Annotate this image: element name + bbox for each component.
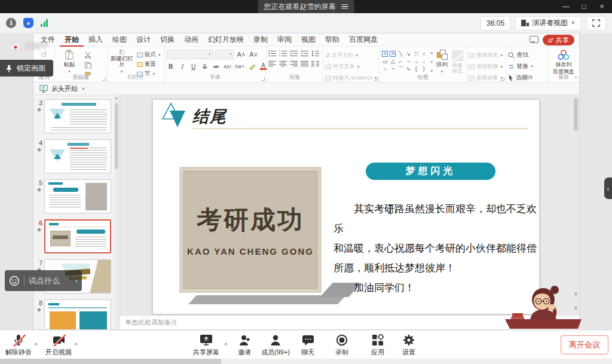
align-right-icon[interactable] <box>290 60 298 67</box>
kaoyan-success-stamp[interactable]: 考研成功 KAO YAN CHENG GONG <box>179 167 322 293</box>
view-mode-selector[interactable]: 演讲者视图 ▼ <box>515 16 582 30</box>
shapes-gallery[interactable]: AA╲↘□○ ▭△⌐¬→↓ ⌂~⌒∿{} <box>381 50 427 73</box>
share-options-chevron[interactable]: ˄ <box>224 341 227 347</box>
leave-meeting-button[interactable]: 离开会议 <box>561 335 608 354</box>
shape-outline-button[interactable]: 形状轮廓▼ <box>469 63 503 71</box>
tab-design[interactable]: 设计 <box>131 33 155 47</box>
tab-review[interactable]: 审阅 <box>273 33 296 47</box>
font-size-select[interactable] <box>215 50 234 59</box>
increase-indent-icon[interactable] <box>301 50 308 57</box>
layout-button[interactable]: 版式▼ <box>137 51 161 59</box>
thumbnail-slide-4[interactable]: 4 <box>33 139 120 173</box>
chat-input-placeholder[interactable]: 说点什么 <box>29 276 71 286</box>
start-video-button[interactable]: 开启视频 <box>43 334 74 357</box>
tab-insert[interactable]: 插入 <box>84 33 108 47</box>
minimize-button[interactable]: — <box>558 0 574 13</box>
apps-button[interactable]: 应用 <box>366 334 390 357</box>
font-launcher[interactable] <box>261 77 265 81</box>
shape-fill-button[interactable]: 形状填充▼ <box>469 51 503 59</box>
smartart-button[interactable]: 转换为 SmartArt▼ <box>325 74 377 82</box>
thumbnail-scrollbar[interactable]: ▲ <box>114 96 119 328</box>
shapes-scroll[interactable]: ▲▼▼ <box>430 50 433 73</box>
line-spacing-icon[interactable] <box>311 50 319 57</box>
emoji-icon[interactable] <box>9 276 20 286</box>
bullets-icon[interactable] <box>268 50 276 57</box>
tab-draw[interactable]: 绘图 <box>108 33 131 47</box>
small-strike-button[interactable]: ab <box>212 62 221 71</box>
grow-font-button[interactable]: A˄ <box>236 51 247 58</box>
tab-animations[interactable]: 动画 <box>179 33 203 47</box>
align-center-icon[interactable] <box>279 60 287 67</box>
align-left-icon[interactable] <box>268 60 276 67</box>
chevron-down-icon[interactable]: ▼ <box>81 87 85 91</box>
justify-icon[interactable] <box>301 60 308 67</box>
record-button[interactable]: 录制 <box>330 334 354 357</box>
decrease-indent-icon[interactable] <box>290 50 298 57</box>
comments-icon[interactable] <box>530 36 538 43</box>
tab-home[interactable]: 开始 <box>60 33 84 47</box>
paste-button[interactable]: 粘贴▼ <box>57 50 82 75</box>
current-slide-canvas[interactable]: 结尾 考研成功 KAO YAN CHENG GONG 梦想闪光 其实考研路虽然漫… <box>152 99 540 314</box>
mute-options-chevron[interactable]: ˄ <box>35 341 38 347</box>
tab-record[interactable]: 录制 <box>249 33 273 47</box>
ppt-share-button[interactable]: 共享 <box>543 35 574 45</box>
shrink-font-button[interactable]: A˅ <box>248 51 259 58</box>
strikethrough-button[interactable]: S <box>201 62 209 71</box>
slide-scrollbar[interactable]: ∧ ∨ <box>573 97 579 313</box>
unmute-button[interactable]: 解除静音 <box>4 334 33 357</box>
dream-shine-pill[interactable]: 梦想闪光 <box>366 163 495 180</box>
change-case-button[interactable]: Aa▼ <box>235 62 245 71</box>
text-direction-button[interactable]: ⇵文字方向▼ <box>325 51 377 59</box>
share-screen-button[interactable]: 共享屏幕 <box>189 334 223 357</box>
align-text-button[interactable]: 对齐文本▼ <box>325 63 377 71</box>
collapse-chat-icon[interactable]: ‹ <box>75 276 78 285</box>
cut-icon[interactable] <box>84 51 91 59</box>
text-layout-launcher[interactable] <box>374 77 378 81</box>
replace-button[interactable]: 替换▼ <box>508 62 534 71</box>
banner-menu-icon[interactable] <box>342 4 348 10</box>
tab-help[interactable]: 帮助 <box>320 33 344 47</box>
clipboard-launcher[interactable] <box>102 77 106 81</box>
highlight-button[interactable] <box>248 62 256 71</box>
find-button[interactable]: 查找 <box>508 51 534 59</box>
meeting-info-icon[interactable]: i <box>6 18 16 28</box>
watching-banner[interactable]: 您正在观看赵雪的屏幕 <box>258 0 354 13</box>
bold-button[interactable]: B <box>167 62 175 71</box>
undo-icon[interactable]: ↺ <box>41 50 47 59</box>
members-button[interactable]: 成员(99+) <box>257 334 294 357</box>
slide-title[interactable]: 结尾 <box>192 106 227 127</box>
thumbnail-slide-8[interactable]: 8 <box>33 299 120 329</box>
new-slide-button[interactable]: 新建幻灯片▼ <box>109 50 134 75</box>
fullscreen-button[interactable] <box>586 16 606 30</box>
from-beginning-label[interactable]: 从头开始 <box>51 84 78 93</box>
tab-baidu-netdisk[interactable]: 百度网盘 <box>344 33 382 47</box>
arrange-button[interactable]: 排列▼ <box>436 50 448 75</box>
reset-button[interactable]: 重置 <box>137 60 161 68</box>
thumbnail-slide-3[interactable]: 3 <box>33 99 120 133</box>
quick-styles-button[interactable]: 快速样式 <box>451 50 465 75</box>
settings-button[interactable]: 设置 <box>397 334 421 357</box>
chat-button[interactable]: 聊天 <box>297 334 319 357</box>
invite-button[interactable]: 邀请 <box>233 334 256 357</box>
close-button[interactable]: × <box>594 0 610 13</box>
underline-button[interactable]: U <box>189 62 198 71</box>
thumbnail-slide-6-selected[interactable]: 6 <box>33 219 120 253</box>
thumbnail-slide-5[interactable]: 5 <box>33 179 120 213</box>
security-shield-icon[interactable]: + <box>23 18 33 28</box>
columns-icon[interactable] <box>311 60 319 67</box>
lock-view-tooltip[interactable]: 锁定画面 <box>0 60 53 77</box>
chat-quick-input[interactable]: 说点什么 ‹ <box>5 270 82 291</box>
side-panel-handle[interactable]: ‹ <box>604 178 612 199</box>
maximize-button[interactable]: □ <box>576 0 592 13</box>
collapse-ribbon-icon[interactable]: ˅ <box>574 75 577 80</box>
tab-view[interactable]: 视图 <box>296 33 320 47</box>
copy-icon[interactable] <box>84 62 91 69</box>
tab-slideshow[interactable]: 幻灯片放映 <box>203 33 249 47</box>
shape-format-launcher[interactable] <box>501 77 504 81</box>
shape-effects-button[interactable]: 形状效果▼ <box>469 74 503 82</box>
tab-transitions[interactable]: 切换 <box>155 33 179 47</box>
font-family-select[interactable] <box>167 50 213 59</box>
character-spacing-button[interactable]: A|V <box>224 62 232 71</box>
numbering-icon[interactable] <box>279 50 287 57</box>
italic-button[interactable]: I <box>178 62 186 71</box>
